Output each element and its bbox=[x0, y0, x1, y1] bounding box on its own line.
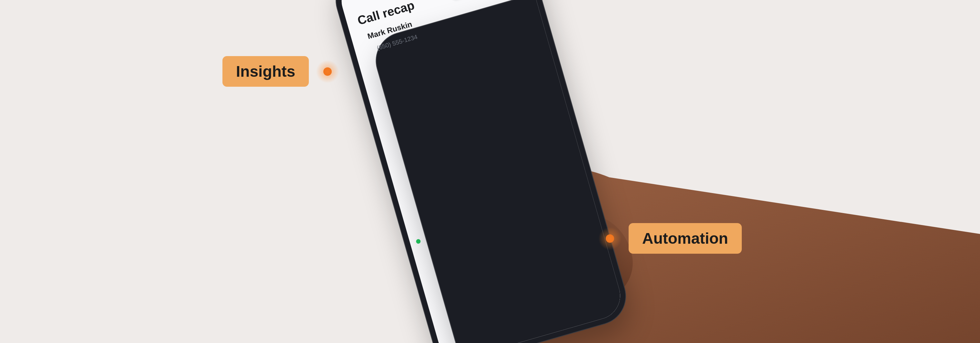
callout-label: Insights bbox=[223, 56, 309, 87]
presence-indicator bbox=[414, 237, 422, 245]
call-recap-sheet: Call recap View in call history Mark Rus… bbox=[338, 0, 626, 343]
callout-insights: Insights bbox=[223, 56, 339, 87]
phone: 9:41 bbox=[329, 0, 633, 343]
contact-phone: (650) 555-1234 bbox=[369, 0, 626, 343]
callout-dot-icon bbox=[316, 60, 339, 83]
contact-card[interactable]: Mark Ruskin (650) 555-1234 bbox=[361, 0, 626, 343]
stage: 9:41 bbox=[0, 0, 980, 343]
callout-label: Automation bbox=[628, 223, 742, 254]
avatar bbox=[416, 223, 422, 243]
callout-automation: Automation bbox=[598, 223, 742, 254]
callout-dot-icon bbox=[598, 227, 622, 250]
